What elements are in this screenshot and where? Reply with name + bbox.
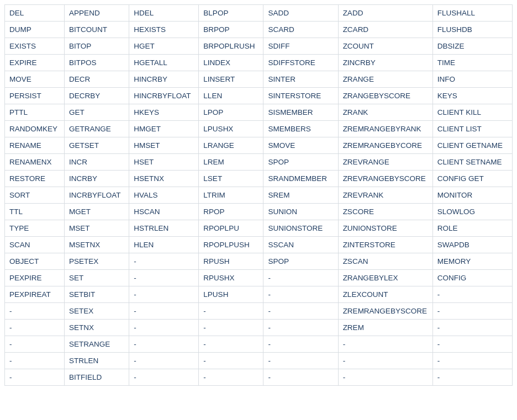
table-cell: DBSIZE [432,38,512,55]
table-cell: BLPOP [199,5,263,22]
table-cell: SORT [5,187,65,204]
table-cell: DECRBY [65,88,129,104]
table-cell: FLUSHDB [432,22,512,38]
table-cell: - [5,353,65,369]
table-cell: DUMP [5,22,65,38]
table-cell: APPEND [65,5,129,22]
table-cell: RPUSH [199,253,263,270]
table-cell: - [263,270,338,286]
table-row: EXISTSBITOPHGETBRPOPLRUSHSDIFFZCOUNTDBSI… [5,38,513,55]
table-cell: INFO [432,71,512,88]
table-cell: PERSIST [5,88,65,104]
table-cell: BITPOS [65,55,129,71]
table-cell: CONFIG GET [432,171,512,187]
table-cell: HVALS [129,187,199,204]
table-cell: MOVE [5,71,65,88]
table-cell: RENAME [5,137,65,154]
table-cell: GET [65,104,129,121]
table-cell: SSCAN [263,237,338,253]
table-cell: ZLEXCOUNT [338,286,432,303]
table-cell: ZREVRANK [338,187,432,204]
table-cell: - [263,353,338,369]
table-cell: RPOP [199,204,263,220]
table-cell: LREM [199,154,263,171]
table-cell: SDIFFSTORE [263,55,338,71]
table-cell: ZSCAN [338,253,432,270]
table-cell: INCR [65,154,129,171]
table-cell: INCRBY [65,171,129,187]
table-cell: LPUSH [199,286,263,303]
table-cell: - [432,336,512,353]
table-cell: SETNX [65,320,129,336]
table-cell: ZREMRANGEBYSCORE [338,303,432,320]
table-cell: HDEL [129,5,199,22]
table-cell: RESTORE [5,171,65,187]
table-row: -STRLEN----- [5,353,513,369]
table-cell: - [129,270,199,286]
table-cell: ZREMRANGEBYCORE [338,137,432,154]
table-cell: LINSERT [199,71,263,88]
table-cell: GETSET [65,137,129,154]
table-cell: - [263,369,338,386]
table-cell: ZRANGE [338,71,432,88]
table-row: SCANMSETNXHLENRPOPLPUSHSSCANZINTERSTORES… [5,237,513,253]
commands-table: DELAPPENDHDELBLPOPSADDZADDFLUSHALL DUMPB… [4,4,513,386]
table-cell: SET [65,270,129,286]
table-cell: HSETNX [129,171,199,187]
table-row: RENAMENXINCRHSETLREMSPOPZREVRANGECLIENT … [5,154,513,171]
table-cell: TTL [5,204,65,220]
table-row: -SETNX---ZREM- [5,320,513,336]
table-row: MOVEDECRHINCRBYLINSERTSINTERZRANGEINFO [5,71,513,88]
table-cell: - [199,336,263,353]
table-cell: - [129,320,199,336]
table-cell: STRLEN [65,353,129,369]
table-cell: SUNION [263,204,338,220]
table-cell: SETRANGE [65,336,129,353]
table-cell: - [199,353,263,369]
table-cell: SDIFF [263,38,338,55]
table-row: RANDOMKEYGETRANGEHMGETLPUSHXSMEMBERSZREM… [5,121,513,137]
table-cell: - [5,336,65,353]
table-cell: ZREVRANGE [338,154,432,171]
table-cell: CLIENT GETNAME [432,137,512,154]
table-cell: ROLE [432,220,512,237]
table-cell: - [5,303,65,320]
table-cell: RPOPLPUSH [199,237,263,253]
table-cell: - [432,303,512,320]
table-cell: OBJECT [5,253,65,270]
table-cell: - [338,369,432,386]
table-cell: SETBIT [65,286,129,303]
table-cell: CLIENT KILL [432,104,512,121]
table-cell: MSETNX [65,237,129,253]
table-cell: EXISTS [5,38,65,55]
table-cell: EXPIRE [5,55,65,71]
table-cell: - [338,353,432,369]
table-cell: PEXPIRE [5,270,65,286]
table-cell: SMOVE [263,137,338,154]
table-cell: SPOP [263,253,338,270]
table-cell: HINCRBYFLOAT [129,88,199,104]
table-cell: HSCAN [129,204,199,220]
table-cell: SCAN [5,237,65,253]
table-cell: - [129,303,199,320]
table-row: OBJECTPSETEX-RPUSHSPOPZSCANMEMORY [5,253,513,270]
table-cell: - [432,286,512,303]
table-cell: FLUSHALL [432,5,512,22]
table-cell: SINTER [263,71,338,88]
table-row: TTLMGETHSCANRPOPSUNIONZSCORESLOWLOG [5,204,513,220]
table-cell: DECR [65,71,129,88]
table-cell: SWAPDB [432,237,512,253]
table-cell: - [129,286,199,303]
table-cell: SCARD [263,22,338,38]
table-cell: RENAMENX [5,154,65,171]
table-cell: PTTL [5,104,65,121]
table-cell: LSET [199,171,263,187]
table-cell: LPUSHX [199,121,263,137]
table-cell: SADD [263,5,338,22]
table-cell: HMGET [129,121,199,137]
table-row: DELAPPENDHDELBLPOPSADDZADDFLUSHALL [5,5,513,22]
table-cell: HMSET [129,137,199,154]
table-cell: GETRANGE [65,121,129,137]
table-cell: KEYS [432,88,512,104]
table-row: -SETRANGE----- [5,336,513,353]
